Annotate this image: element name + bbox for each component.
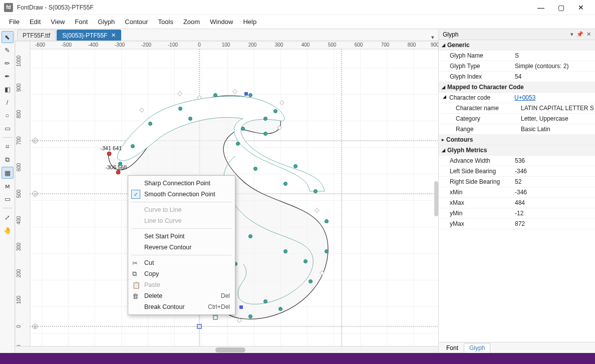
tool-copy[interactable]: ⧉ — [2, 154, 14, 166]
tool-ellipse[interactable]: ○ — [2, 109, 14, 121]
svg-point-56 — [249, 315, 252, 318]
point-coord-a: -341 641 — [100, 145, 122, 151]
tool-rect[interactable]: ▭ — [2, 122, 14, 134]
svg-text:200: 200 — [16, 269, 22, 277]
menu-help[interactable]: Help — [238, 16, 261, 28]
statusbar — [0, 353, 595, 364]
tool-move[interactable]: ⤢ — [2, 211, 14, 223]
svg-point-66 — [249, 235, 252, 238]
svg-text:C: C — [34, 139, 37, 143]
tool-hand[interactable]: 🤚 — [2, 224, 14, 236]
tool-eraser[interactable]: ◧ — [2, 83, 14, 95]
svg-text:100: 100 — [222, 42, 230, 48]
svg-text:400: 400 — [16, 216, 22, 224]
svg-text:800: 800 — [16, 110, 22, 118]
app-icon: fd — [4, 3, 13, 12]
svg-point-61 — [131, 145, 135, 148]
panel-dropdown-icon[interactable]: ▾ — [570, 31, 573, 38]
tab-font-file[interactable]: PTF55F.ttf — [17, 30, 56, 41]
tab-glyph[interactable]: S(0053)-PTF55F✕ — [57, 30, 121, 41]
close-button[interactable]: ✕ — [571, 1, 591, 15]
ctx-delete[interactable]: 🗑DeleteDel — [128, 290, 235, 301]
ctx-copy[interactable]: ⧉Copy — [128, 268, 235, 279]
group-metrics[interactable]: ◢Glyph Metrics — [439, 145, 595, 156]
svg-point-50 — [284, 182, 287, 186]
selected-point-1[interactable] — [107, 152, 111, 156]
group-mapped[interactable]: ◢Mapped to Character Code — [439, 82, 595, 93]
maximize-button[interactable]: ▢ — [551, 1, 571, 15]
group-contours[interactable]: ▸Contours — [439, 135, 595, 145]
svg-point-44 — [249, 94, 252, 97]
window-title: FontDraw - S(0053)-PTF55F — [17, 4, 94, 11]
tool-box[interactable]: ▭ — [2, 193, 14, 205]
ctx-break-contour[interactable]: Break ContourCtrl+Del — [128, 301, 235, 312]
start-point-2[interactable] — [239, 305, 243, 309]
tool-pointer[interactable]: ⬉ — [2, 31, 14, 43]
properties-panel: Glyph ▾ 📌 ✕ ◢Generic Glyph NameS Glyph T… — [438, 29, 595, 353]
svg-text:900: 900 — [431, 42, 438, 48]
svg-point-49 — [254, 167, 257, 171]
tool-brush[interactable]: ✒ — [2, 70, 14, 82]
menu-contour[interactable]: Contour — [120, 16, 153, 28]
ctx-reverse-contour[interactable]: Reverse Contour — [128, 242, 235, 253]
menu-edit[interactable]: Edit — [25, 16, 46, 28]
svg-point-64 — [264, 117, 267, 121]
ctx-paste: 📋Paste — [128, 279, 235, 290]
svg-point-43 — [214, 94, 217, 97]
menu-glyph[interactable]: Glyph — [93, 16, 120, 28]
panel-footer-tabs: Font Glyph — [439, 342, 595, 353]
menu-file[interactable]: File — [4, 16, 25, 28]
tool-pencil[interactable]: ✏ — [2, 57, 14, 69]
panel-close-icon[interactable]: ✕ — [586, 31, 591, 38]
ctx-sharp-point[interactable]: Sharp Connection Point — [128, 178, 235, 189]
svg-point-69 — [264, 300, 267, 303]
svg-text:700: 700 — [16, 136, 22, 145]
scissors-icon: ✂ — [132, 259, 138, 267]
svg-text:500: 500 — [328, 42, 337, 48]
svg-text:-500: -500 — [62, 42, 72, 48]
panel-header: Glyph ▾ 📌 ✕ — [439, 29, 595, 40]
svg-text:-300: -300 — [115, 42, 125, 48]
menu-tools[interactable]: Tools — [153, 16, 178, 28]
tab-close-icon[interactable]: ✕ — [111, 32, 116, 39]
svg-text:400: 400 — [302, 42, 310, 48]
ctx-cut[interactable]: ✂Cut — [128, 257, 235, 268]
ctx-smooth-point[interactable]: ✓Smooth Connection Point — [128, 189, 235, 200]
selected-point-2[interactable] — [116, 170, 120, 174]
menu-window[interactable]: Window — [205, 16, 238, 28]
tool-grid[interactable]: ▦ — [2, 167, 14, 179]
check-icon: ✓ — [131, 190, 140, 199]
footer-tab-glyph[interactable]: Glyph — [464, 343, 490, 353]
minimize-button[interactable]: — — [531, 1, 551, 15]
svg-point-47 — [241, 127, 245, 131]
group-generic[interactable]: ◢Generic — [439, 40, 595, 51]
footer-tab-font[interactable]: Font — [441, 343, 464, 353]
row-character-code[interactable]: ◢Character codeU+0053 — [439, 93, 595, 103]
svg-point-67 — [284, 250, 287, 253]
menu-font[interactable]: Font — [70, 16, 93, 28]
tab-label: PTF55F.ttf — [23, 32, 50, 39]
svg-text:0: 0 — [198, 42, 201, 48]
svg-text:1000: 1000 — [16, 55, 22, 67]
vertical-scrollbar[interactable] — [434, 181, 438, 216]
svg-point-63 — [189, 117, 192, 121]
menu-view[interactable]: View — [46, 16, 70, 28]
tab-label: S(0053)-PTF55F — [62, 32, 107, 39]
svg-point-52 — [325, 220, 329, 223]
tool-grid-snap[interactable]: ⌗ — [2, 141, 14, 153]
tool-metrics[interactable]: ᴍ — [2, 180, 14, 192]
tool-line[interactable]: / — [2, 96, 14, 108]
svg-point-48 — [236, 142, 240, 146]
panel-pin-icon[interactable]: 📌 — [576, 31, 583, 38]
tabs-overflow-button[interactable]: ▾ — [427, 34, 438, 41]
start-point[interactable] — [244, 92, 248, 96]
horizontal-scrollbar[interactable] — [15, 346, 438, 353]
glyph-canvas[interactable]: -600 -500 -400 -300 -200 -100 0 100 200 … — [15, 41, 438, 346]
tool-pen[interactable]: ✎ — [2, 44, 14, 56]
svg-point-65 — [294, 165, 298, 168]
svg-text:300: 300 — [16, 242, 22, 251]
menu-zoom[interactable]: Zoom — [178, 16, 205, 28]
ctx-set-start-point[interactable]: Set Start Point — [128, 231, 235, 242]
ctx-line-to-curve: Line to Curve — [128, 215, 235, 226]
svg-text:900: 900 — [16, 83, 22, 92]
